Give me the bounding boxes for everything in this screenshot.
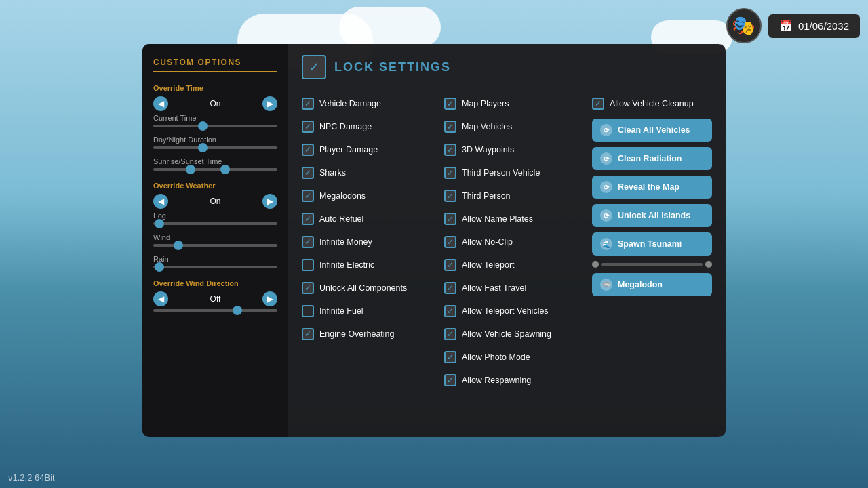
day-night-thumb[interactable] — [198, 143, 208, 152]
npc-damage-checkbox[interactable]: ✓ — [302, 121, 314, 133]
options-col-1: ✓ Vehicle Damage ✓ NPC Damage ✓ Player D… — [302, 96, 444, 395]
current-time-thumb[interactable] — [198, 121, 208, 131]
megalodons-checkbox[interactable]: ✓ — [302, 190, 314, 202]
clean-radiation-button[interactable]: ⟳ Clean Radiation — [592, 147, 712, 170]
photo-mode-checkbox[interactable]: ✓ — [444, 351, 456, 363]
vehicle-cleanup-checkbox[interactable]: ✓ — [592, 98, 604, 110]
wind-dir-thumb[interactable] — [233, 306, 242, 315]
auto-refuel-checkbox[interactable]: ✓ — [302, 213, 314, 225]
list-item: ✓ Allow Photo Mode — [444, 349, 587, 365]
megalodons-label: Megalodons — [319, 191, 366, 201]
sunrise-slider[interactable] — [153, 168, 277, 171]
list-item: ✓ Allow Teleport Vehicles — [444, 303, 587, 319]
list-item: ✓ Player Damage — [302, 142, 444, 158]
unlock-all-checkbox[interactable]: ✓ — [302, 282, 314, 294]
current-time-label: Current Time — [153, 114, 277, 122]
auto-refuel-label: Auto Refuel — [319, 214, 363, 224]
map-players-checkbox[interactable]: ✓ — [444, 98, 456, 110]
name-plates-checkbox[interactable]: ✓ — [444, 213, 456, 225]
clean-radiation-icon: ⟳ — [600, 152, 612, 165]
teleport-vehicles-label: Allow Teleport Vehicles — [462, 306, 549, 316]
teleport-vehicles-checkbox[interactable]: ✓ — [444, 305, 456, 317]
time-prev-button[interactable]: ◀ — [153, 96, 168, 111]
clean-vehicles-icon: ⟳ — [600, 124, 612, 136]
spawn-tsunami-button[interactable]: 🌊 Spawn Tsunami — [592, 232, 712, 256]
map-vehicles-checkbox[interactable]: ✓ — [444, 121, 456, 133]
third-person-label: Third Person — [462, 191, 511, 201]
list-item: ✓ Allow Respawning — [444, 372, 587, 388]
engine-overheat-checkbox[interactable]: ✓ — [302, 328, 314, 340]
respawning-label: Allow Respawning — [462, 375, 531, 385]
infinite-money-label: Infinite Money — [319, 237, 372, 247]
infinite-money-checkbox[interactable]: ✓ — [302, 236, 314, 248]
list-item: ✓ Allow Fast Travel — [444, 280, 587, 296]
options-col-3: ✓ Allow Vehicle Cleanup ⟳ Clean All Vehi… — [587, 96, 712, 395]
wind-dir-next-button[interactable]: ▶ — [262, 291, 277, 306]
clean-all-vehicles-button[interactable]: ⟳ Clean All Vehicles — [592, 119, 712, 142]
player-damage-label: Player Damage — [319, 145, 378, 155]
reveal-map-button[interactable]: ⟳ Reveal the Map — [592, 176, 712, 199]
teleport-checkbox[interactable]: ✓ — [444, 259, 456, 271]
wind-slider[interactable] — [153, 244, 277, 247]
slider-dot-2 — [705, 261, 712, 268]
wind-label: Wind — [153, 233, 277, 241]
fast-travel-checkbox[interactable]: ✓ — [444, 282, 456, 294]
list-item: ✓ Allow Teleport — [444, 257, 587, 273]
player-damage-checkbox[interactable]: ✓ — [302, 144, 314, 156]
third-person-vehicle-checkbox[interactable]: ✓ — [444, 167, 456, 179]
fog-label: Fog — [153, 211, 277, 220]
waypoints-label: 3D Waypoints — [462, 145, 514, 155]
vehicle-damage-checkbox[interactable]: ✓ — [302, 98, 314, 110]
teleport-label: Allow Teleport — [462, 260, 515, 270]
sunrise-thumb2[interactable] — [220, 165, 230, 174]
sunrise-label: Sunrise/Sunset Time — [153, 157, 277, 165]
infinite-fuel-checkbox[interactable] — [302, 305, 314, 317]
list-item: ✓ Allow Name Plates — [444, 211, 587, 227]
lock-checkbox[interactable]: ✓ — [302, 55, 326, 79]
megalodon-button[interactable]: 🦈 Megalodon — [592, 273, 712, 296]
clean-radiation-label: Clean Radiation — [618, 154, 682, 163]
sharks-checkbox[interactable]: ✓ — [302, 167, 314, 179]
vehicle-spawning-checkbox[interactable]: ✓ — [444, 328, 456, 340]
day-night-slider[interactable] — [153, 146, 277, 149]
calendar-icon: 📅 — [779, 20, 793, 33]
photo-mode-label: Allow Photo Mode — [462, 352, 530, 362]
top-bar: 🎭 📅 01/06/2032 — [726, 8, 860, 43]
waypoints-checkbox[interactable]: ✓ — [444, 144, 456, 156]
vehicle-damage-label: Vehicle Damage — [319, 99, 381, 108]
wind-thumb[interactable] — [174, 241, 183, 250]
rain-slider[interactable] — [153, 266, 277, 268]
wind-dir-slider[interactable] — [153, 309, 277, 312]
fog-thumb[interactable] — [155, 219, 164, 228]
section-override-weather: Override Weather — [153, 182, 277, 190]
unlock-islands-button[interactable]: ⟳ Unlock All Islands — [592, 204, 712, 227]
weather-prev-button[interactable]: ◀ — [153, 194, 168, 209]
lock-header: ✓ LOCK SETTINGS — [302, 55, 712, 83]
list-item: ✓ Map Players — [444, 96, 587, 112]
cloud-2 — [339, 7, 441, 47]
weather-control-row: ◀ On ▶ — [153, 194, 277, 209]
infinite-electric-checkbox[interactable] — [302, 259, 314, 271]
tsunami-slider[interactable] — [601, 263, 703, 266]
rain-thumb[interactable] — [155, 262, 164, 272]
list-item: Infinite Electric — [302, 257, 444, 273]
date-value: 01/06/2032 — [798, 20, 849, 32]
fog-slider[interactable] — [153, 222, 277, 225]
slider-dot-1 — [592, 261, 599, 268]
map-players-label: Map Players — [462, 99, 509, 108]
current-time-slider[interactable] — [153, 125, 277, 127]
avatar[interactable]: 🎭 — [726, 8, 762, 43]
no-clip-label: Allow No-Clip — [462, 237, 513, 247]
list-item: ✓ Map Vehicles — [444, 119, 587, 135]
respawning-checkbox[interactable]: ✓ — [444, 374, 456, 386]
weather-next-button[interactable]: ▶ — [262, 194, 277, 209]
wind-dir-prev-button[interactable]: ◀ — [153, 291, 168, 306]
fast-travel-label: Allow Fast Travel — [462, 283, 526, 293]
wind-dir-value: Off — [172, 294, 258, 304]
no-clip-checkbox[interactable]: ✓ — [444, 236, 456, 248]
third-person-vehicle-label: Third Person Vehicle — [462, 168, 540, 178]
sunrise-thumb1[interactable] — [186, 165, 195, 174]
date-display: 📅 01/06/2032 — [768, 14, 860, 38]
time-next-button[interactable]: ▶ — [262, 96, 277, 111]
third-person-checkbox[interactable]: ✓ — [444, 190, 456, 202]
